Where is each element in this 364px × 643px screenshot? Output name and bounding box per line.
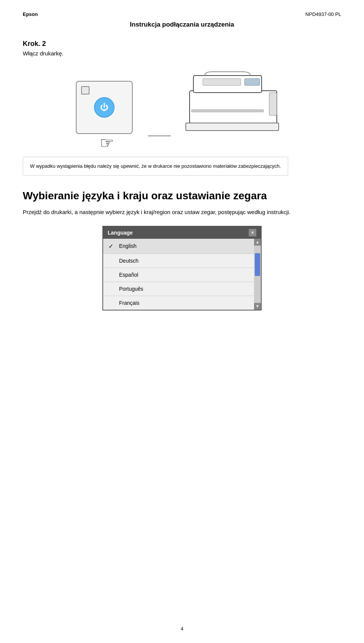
language-item-deutsch[interactable]: Deutsch [103, 254, 261, 268]
page-title-area: Instrukcja podłączania urządzenia [23, 21, 341, 28]
svg-rect-7 [191, 110, 264, 112]
header: Epson NPD4937-00 PL [23, 11, 341, 17]
scroll-up-button[interactable]: ▲ [254, 239, 261, 246]
language-selector-title: Language [108, 230, 133, 236]
language-item-espanol[interactable]: Español [103, 268, 261, 282]
illustration-area: ⏻ ☞ [23, 68, 341, 145]
svg-rect-5 [186, 123, 279, 131]
connector-line-svg [148, 134, 171, 138]
check-mark-english: ✓ [108, 243, 115, 250]
language-label-deutsch: Deutsch [119, 258, 138, 264]
language-label-francais: Français [119, 300, 140, 306]
printer-svg [182, 68, 288, 144]
language-item-francais[interactable]: Français [103, 296, 261, 310]
svg-rect-3 [203, 79, 241, 85]
step-heading: Krok. 2 [23, 40, 341, 48]
language-selector-wrapper: Language × ▲ ▼ [23, 226, 341, 310]
scroll-down-icon: ▼ [256, 304, 259, 308]
section-heading: Wybieranie języka i kraju oraz ustawiani… [23, 189, 341, 202]
warning-text: W wypadku wystąpienia błędu należy się u… [30, 163, 281, 169]
svg-rect-6 [269, 93, 277, 115]
small-rect [81, 86, 89, 95]
power-panel-wrapper: ⏻ ☞ [76, 81, 136, 145]
connector [148, 134, 171, 138]
scrollbar: ▲ ▼ [254, 239, 261, 310]
language-selector-close-button[interactable]: × [249, 229, 256, 236]
step-subtitle: Włącz drukarkę. [23, 50, 341, 57]
language-item-portugues[interactable]: Português [103, 282, 261, 296]
printer-illustration: ⏻ ☞ [76, 68, 288, 145]
power-button[interactable]: ⏻ [94, 97, 115, 118]
language-label-espanol: Español [119, 272, 138, 278]
language-list: ▲ ▼ ✓ English Deutsch [103, 239, 261, 310]
page: Epson NPD4937-00 PL Instrukcja podłączan… [0, 0, 364, 643]
printer-image [182, 68, 288, 145]
hand-icon: ☞ [100, 134, 114, 152]
language-label-portugues: Português [119, 286, 143, 292]
svg-rect-4 [245, 79, 260, 85]
language-selector-header: Language × [103, 227, 261, 239]
page-number: 4 [180, 626, 183, 632]
language-label-english: English [119, 243, 136, 249]
language-item-english[interactable]: ✓ English [103, 239, 261, 254]
power-panel: ⏻ [76, 81, 133, 134]
page-title: Instrukcja podłączania urządzenia [130, 21, 234, 28]
scroll-up-icon: ▲ [256, 240, 259, 244]
scrollbar-thumb[interactable] [255, 253, 260, 276]
doc-id-label: NPD4937-00 PL [305, 11, 341, 17]
power-icon: ⏻ [100, 103, 108, 112]
language-selector: Language × ▲ ▼ [102, 226, 262, 310]
section-description: Przejdź do drukarki, a następnie wybierz… [23, 208, 341, 217]
warning-box: W wypadku wystąpienia błędu należy się u… [23, 157, 288, 176]
scroll-down-button[interactable]: ▼ [254, 303, 261, 310]
brand-label: Epson [23, 11, 38, 17]
